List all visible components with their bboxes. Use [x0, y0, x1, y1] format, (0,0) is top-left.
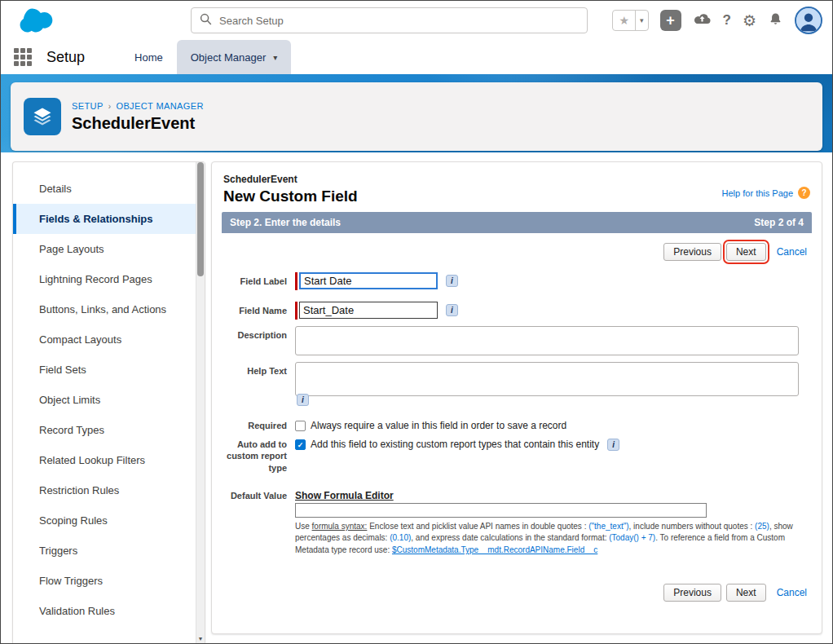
search-input[interactable] — [219, 15, 579, 27]
sidebar-item-flow-triggers[interactable]: Flow Triggers — [13, 566, 205, 596]
required-checkbox-text: Always require a value in this field in … — [311, 419, 566, 433]
sidebar-item-restriction-rules[interactable]: Restriction Rules — [13, 475, 205, 505]
chevron-down-icon[interactable]: ▾ — [635, 11, 648, 30]
page-header-band: SETUP›OBJECT MANAGER SchedulerEvent — [1, 74, 832, 152]
auto-add-checkbox[interactable]: ✓ — [295, 439, 306, 450]
page-title: SchedulerEvent — [72, 114, 204, 133]
auto-add-label: Auto add to custom report type — [222, 438, 295, 474]
tab-object-manager-label: Object Manager — [191, 51, 267, 64]
sidebar-item-record-types[interactable]: Record Types — [13, 415, 205, 445]
main-panel: SchedulerEvent New Custom Field Help for… — [211, 161, 822, 634]
scrollbar-thumb[interactable] — [197, 162, 204, 276]
description-label: Description — [222, 326, 295, 355]
global-header: ★ ▾ + ? ⚙ — [1, 1, 832, 40]
hint-custom-metadata-link[interactable]: $CustomMetadata.Type__mdt.RecordAPIName.… — [392, 545, 597, 554]
sidebar-item-compact-layouts[interactable]: Compact Layouts — [13, 324, 205, 355]
info-icon[interactable]: i — [297, 394, 309, 406]
info-icon[interactable]: i — [446, 304, 458, 316]
help-for-page: Help for this Page ? — [722, 180, 810, 205]
sidebar-item-scoping-rules[interactable]: Scoping Rules — [13, 505, 205, 536]
breadcrumb-setup-link[interactable]: SETUP — [72, 101, 104, 111]
info-icon[interactable]: i — [607, 439, 619, 451]
step-header-bar: Step 2. Enter the details Step 2 of 4 — [222, 212, 812, 233]
quick-create-button[interactable]: + — [660, 10, 681, 31]
required-indicator — [295, 272, 298, 290]
required-label: Required — [222, 419, 295, 433]
content-area: Details Fields & Relationships Page Layo… — [1, 152, 832, 644]
hint-number-example-link[interactable]: (25) — [755, 522, 769, 531]
scroll-down-arrow-icon[interactable]: ▼ — [196, 633, 205, 644]
sidebar-item-object-limits[interactable]: Object Limits — [13, 385, 205, 415]
top-button-row: Previous Next Cancel — [222, 233, 812, 271]
show-formula-editor-link[interactable]: Show Formula Editor — [295, 490, 800, 501]
default-value-label: Default Value — [222, 490, 295, 557]
app-name: Setup — [46, 49, 85, 66]
previous-button-bottom[interactable]: Previous — [663, 584, 721, 602]
sidebar-item-fields-relationships[interactable]: Fields & Relationships — [13, 204, 205, 234]
formula-syntax-link[interactable]: formula syntax: — [312, 522, 368, 531]
help-for-page-link[interactable]: Help for this Page — [722, 188, 793, 198]
check-icon: ✓ — [298, 441, 304, 449]
sidebar-item-validation-rules[interactable]: Validation Rules — [13, 596, 205, 626]
help-badge-icon[interactable]: ? — [798, 187, 810, 199]
app-launcher-icon[interactable] — [14, 48, 32, 66]
formula-hint: Use formula syntax: Enclose text and pic… — [295, 521, 800, 557]
gear-icon[interactable]: ⚙ — [743, 13, 756, 29]
hint-text-example-link[interactable]: ("the_text") — [588, 522, 628, 531]
previous-button[interactable]: Previous — [663, 243, 721, 261]
setup-nav: Setup Home Object Manager ▾ — [1, 40, 832, 74]
cancel-link-bottom[interactable]: Cancel — [777, 587, 807, 598]
hint-date-example-link[interactable]: (Today() + 7) — [609, 533, 655, 542]
field-label-input[interactable] — [299, 272, 438, 289]
required-checkbox[interactable] — [295, 421, 306, 431]
sidebar-item-buttons-links-actions[interactable]: Buttons, Links, and Actions — [13, 294, 205, 324]
help-icon[interactable]: ? — [723, 12, 731, 29]
search-icon — [200, 13, 212, 29]
plus-icon: + — [666, 13, 675, 28]
salesforce-setup-window: ★ ▾ + ? ⚙ Setup Home Object Manager ▾ — [0, 0, 833, 644]
star-icon[interactable]: ★ — [613, 11, 635, 30]
auto-add-checkbox-text: Add this field to existing custom report… — [311, 438, 599, 452]
favorites-button[interactable]: ★ ▾ — [612, 10, 648, 31]
bottom-button-row: Previous Next Cancel — [222, 576, 812, 611]
field-name-label: Field Name — [222, 302, 295, 320]
upload-cloud-icon[interactable] — [693, 11, 712, 29]
context-object-title: SchedulerEvent — [223, 174, 358, 185]
field-name-input[interactable] — [299, 302, 438, 319]
cancel-link[interactable]: Cancel — [777, 246, 807, 258]
tab-home[interactable]: Home — [121, 40, 177, 74]
description-textarea[interactable] — [295, 326, 799, 355]
next-button[interactable]: Next — [726, 243, 766, 261]
object-layers-icon — [24, 98, 61, 135]
sidebar-item-details[interactable]: Details — [13, 174, 205, 204]
required-indicator — [295, 302, 298, 320]
breadcrumb-separator-icon: › — [108, 102, 112, 111]
sidebar-item-page-layouts[interactable]: Page Layouts — [13, 234, 205, 264]
hint-decimal-example-link[interactable]: (0.10) — [390, 533, 411, 542]
wizard-page-title: New Custom Field — [223, 187, 358, 205]
tab-object-manager[interactable]: Object Manager ▾ — [177, 40, 292, 74]
info-icon[interactable]: i — [446, 275, 458, 287]
sidebar-item-field-sets[interactable]: Field Sets — [13, 355, 205, 385]
salesforce-cloud-logo — [12, 5, 60, 36]
page-header-card: SETUP›OBJECT MANAGER SchedulerEvent — [11, 82, 822, 151]
default-value-input[interactable] — [295, 503, 707, 518]
step-title: Step 2. Enter the details — [230, 217, 341, 228]
next-button-bottom[interactable]: Next — [726, 584, 766, 602]
breadcrumb-object-manager-link[interactable]: OBJECT MANAGER — [116, 101, 203, 111]
step-indicator: Step 2 of 4 — [754, 217, 804, 228]
chevron-down-icon[interactable]: ▾ — [273, 53, 277, 62]
field-label-label: Field Label — [222, 272, 295, 290]
breadcrumb: SETUP›OBJECT MANAGER — [72, 101, 204, 111]
user-avatar[interactable] — [795, 7, 822, 34]
sidebar-item-triggers[interactable]: Triggers — [13, 536, 205, 566]
tab-home-label: Home — [134, 51, 163, 64]
sidebar-item-related-lookup-filters[interactable]: Related Lookup Filters — [13, 445, 205, 475]
sidebar-item-lightning-record-pages[interactable]: Lightning Record Pages — [13, 264, 205, 294]
sidebar-scrollbar[interactable]: ▼ — [196, 162, 205, 644]
main-header: SchedulerEvent New Custom Field Help for… — [222, 170, 812, 212]
search-box — [191, 7, 588, 33]
notifications-bell-icon[interactable] — [768, 11, 783, 30]
field-details-form: Field Label i Field Name i — [222, 271, 812, 556]
object-sidebar: Details Fields & Relationships Page Layo… — [12, 161, 205, 644]
